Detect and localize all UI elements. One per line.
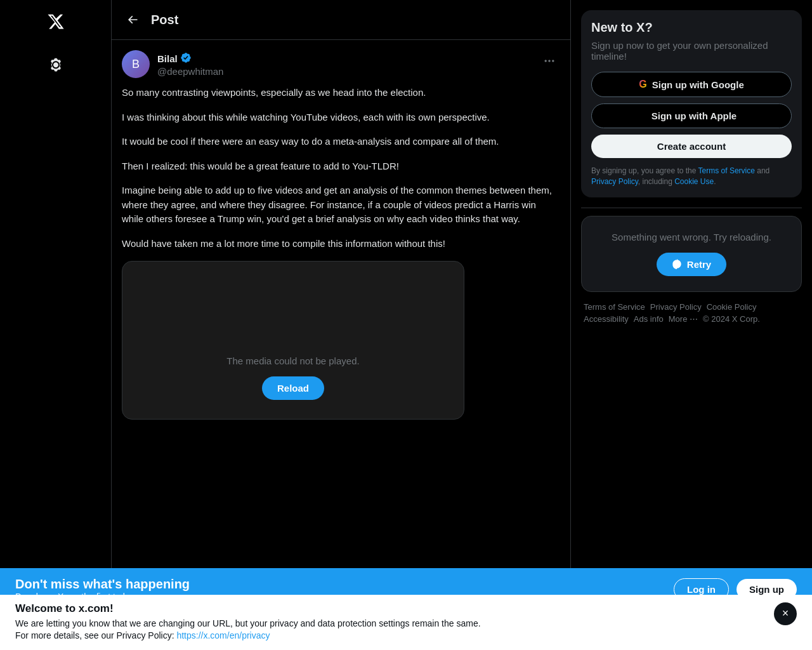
footer-link-more[interactable]: More ⋯ [669, 314, 698, 324]
terms-of-service-link[interactable]: Terms of Service [698, 166, 755, 175]
create-account-button[interactable]: Create account [591, 135, 792, 158]
terms-and: and [755, 166, 769, 175]
user-name: Bilal [157, 53, 178, 64]
footer-link-accessibility[interactable]: Accessibility [584, 314, 629, 324]
welcome-text: We are letting you know that we are chan… [15, 618, 481, 642]
tweet-paragraph-4: Then I realized: this would be a great f… [122, 159, 560, 174]
welcome-text-pre2: For more details, see our Privacy Policy… [15, 630, 176, 640]
post-body: B Bilal @deepwhitman [112, 40, 570, 430]
apple-btn-label: Sign up with Apple [652, 110, 737, 121]
signup-terms: By signing up, you agree to the Terms of… [591, 166, 792, 187]
error-widget: Something went wrong. Try reloading. Ret… [581, 216, 802, 292]
terms-end: . [714, 177, 716, 186]
footer-link-ads[interactable]: Ads info [634, 314, 664, 324]
tweet-paragraph-5: Imagine being able to add up to five vid… [122, 183, 560, 227]
user-details: Bilal @deepwhitman [157, 52, 223, 77]
user-name-row: Bilal [157, 52, 223, 66]
retry-label: Retry [687, 259, 711, 270]
banner-main-text: Don't miss what's happening [15, 577, 190, 592]
close-welcome-button[interactable]: × [774, 602, 797, 625]
welcome-text-pre: We are letting you know that we are chan… [15, 618, 481, 628]
google-btn-label: Sign up with Google [652, 79, 744, 90]
post-user-row: B Bilal @deepwhitman [122, 50, 560, 78]
page-title: Post [151, 13, 178, 27]
terms-incl: , including [638, 177, 674, 186]
tweet-paragraph-1: So many contrasting viewpoints, especial… [122, 86, 560, 100]
divider [581, 208, 802, 208]
settings-icon[interactable] [41, 50, 71, 80]
tweet-paragraph-6: Would have taken me a lot more time to c… [122, 237, 560, 251]
footer-copyright: © 2024 X Corp. [703, 314, 760, 324]
user-handle: @deepwhitman [157, 66, 223, 77]
google-signup-button[interactable]: G Sign up with Google [591, 72, 792, 97]
error-message: Something went wrong. Try reloading. [612, 232, 771, 242]
main-content: Post B Bilal @deepwhitma [111, 0, 571, 650]
terms-text-pre: By signing up, you agree to the [591, 166, 698, 175]
tweet-paragraph-3: It would be cool if there were an easy w… [122, 135, 560, 149]
footer-link-terms[interactable]: Terms of Service [584, 302, 645, 312]
tweet-text: So many contrasting viewpoints, especial… [122, 86, 560, 251]
retry-icon [672, 259, 682, 269]
new-to-x-title: New to X? [591, 20, 792, 35]
welcome-privacy-link[interactable]: https://x.com/en/privacy [176, 630, 270, 640]
reload-button[interactable]: Reload [262, 376, 324, 400]
media-player: The media could not be played. Reload [122, 261, 464, 420]
post-header: Post [112, 0, 570, 40]
cookie-use-link[interactable]: Cookie Use [674, 177, 714, 186]
left-sidebar [0, 0, 111, 650]
more-options-button[interactable] [539, 50, 560, 72]
footer-links: Terms of Service Privacy Policy Cookie P… [581, 302, 802, 324]
verified-badge [180, 52, 192, 66]
avatar: B [122, 50, 150, 78]
welcome-bar: Welcome to x.com! We are letting you kno… [0, 595, 812, 650]
right-sidebar: New to X? Sign up now to get your own pe… [571, 0, 812, 650]
google-icon: G [639, 79, 646, 90]
welcome-title: Welcome to x.com! [15, 602, 481, 615]
tweet-paragraph-2: I was thinking about this while watching… [122, 110, 560, 125]
media-error-text: The media could not be played. [226, 355, 359, 366]
post-user-info: B Bilal @deepwhitman [122, 50, 223, 78]
new-to-x-subtitle: Sign up now to get your own personalized… [591, 40, 792, 62]
new-to-x-widget: New to X? Sign up now to get your own pe… [581, 10, 802, 197]
back-button[interactable] [122, 9, 143, 30]
welcome-content: Welcome to x.com! We are letting you kno… [15, 602, 481, 642]
x-logo[interactable] [41, 6, 71, 37]
privacy-policy-link[interactable]: Privacy Policy [591, 177, 638, 186]
retry-button[interactable]: Retry [657, 253, 726, 276]
footer-link-privacy[interactable]: Privacy Policy [650, 302, 702, 312]
apple-signup-button[interactable]: Sign up with Apple [591, 103, 792, 128]
footer-link-cookie[interactable]: Cookie Policy [707, 302, 757, 312]
